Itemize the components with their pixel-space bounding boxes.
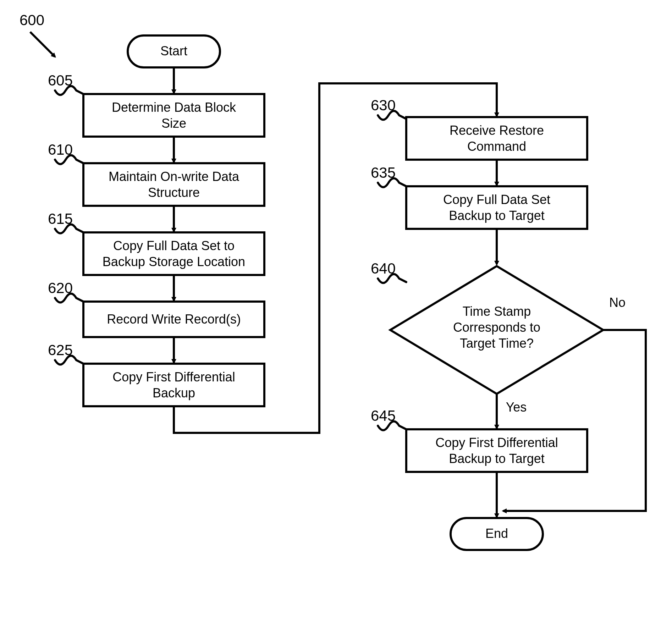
box-645-line1: Copy First Differential	[435, 435, 558, 450]
box-615-line1: Copy Full Data Set to	[113, 238, 235, 253]
box-625-line2: Backup	[153, 386, 195, 400]
ref-615: 615	[48, 210, 83, 233]
ref-610: 610	[48, 141, 83, 164]
branch-yes-label: Yes	[506, 400, 527, 414]
box-610-line1: Maintain On-write Data	[109, 169, 239, 184]
box-635-line1: Copy Full Data Set	[443, 192, 550, 207]
box-615-line2: Backup Storage Location	[103, 254, 245, 269]
box-630-line1: Receive Restore	[450, 123, 544, 138]
flowchart-canvas: 600 Start 605 Determine Data Block Size …	[0, 0, 672, 639]
ref-630: 630	[371, 97, 406, 120]
decision-640-line2: Corresponds to	[453, 320, 540, 335]
branch-no-label: No	[609, 295, 626, 310]
ref-645: 645	[371, 407, 406, 430]
box-630-line2: Command	[467, 139, 526, 154]
decision-640-line1: Time Stamp	[463, 304, 531, 319]
box-625-line1: Copy First Differential	[112, 370, 235, 384]
end-label: End	[485, 526, 508, 541]
ref-640: 640	[371, 260, 406, 283]
figure-ref-label: 600	[20, 12, 44, 28]
ref-620: 620	[48, 280, 83, 302]
start-label: Start	[160, 44, 187, 58]
box-620-line1: Record Write Record(s)	[107, 312, 241, 326]
ref-625: 625	[48, 342, 83, 364]
box-605-line1: Determine Data Block	[112, 100, 236, 115]
decision-640-line3: Target Time?	[460, 336, 534, 351]
figure-ref-arrow	[30, 32, 55, 57]
box-635-line2: Backup to Target	[449, 208, 545, 223]
ref-605: 605	[48, 72, 83, 95]
ref-635: 635	[371, 164, 406, 187]
box-610-line2: Structure	[148, 185, 200, 200]
box-605-line2: Size	[161, 116, 186, 131]
box-645-line2: Backup to Target	[449, 451, 545, 466]
